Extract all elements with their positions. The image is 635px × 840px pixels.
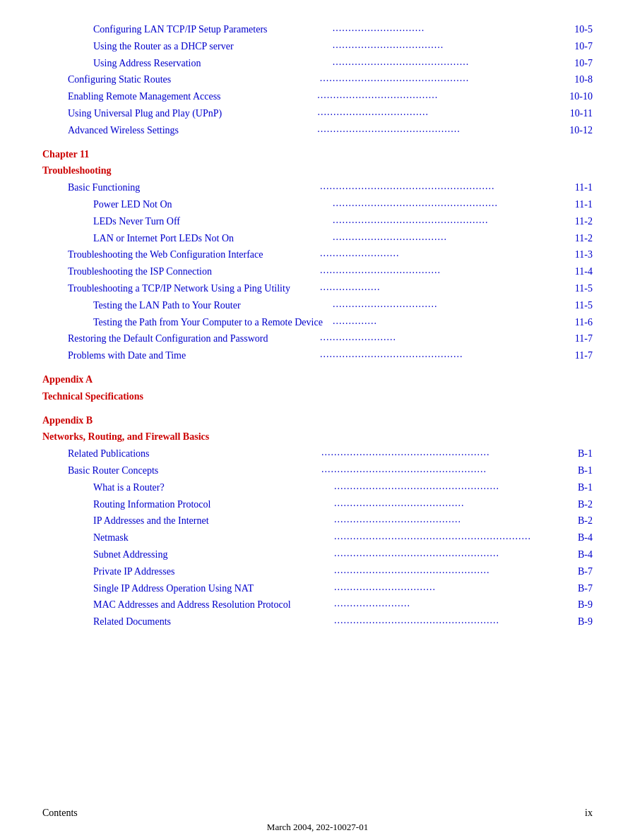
toc-entry: Routing Information Protocol ...........… bbox=[42, 496, 593, 513]
toc-entry: Single IP Address Operation Using NAT ..… bbox=[42, 580, 593, 597]
entry-text: Related Documents bbox=[93, 613, 333, 630]
toc-entry: Troubleshooting a TCP/IP Network Using a… bbox=[42, 280, 593, 297]
dots: ........................................… bbox=[334, 545, 574, 562]
appendixB-entries-section: Related Publications ...................… bbox=[42, 445, 593, 630]
page-number: 11-4 bbox=[575, 263, 593, 280]
dots: ........................................… bbox=[333, 212, 571, 229]
page-number: B-9 bbox=[578, 596, 593, 613]
page-number: B-4 bbox=[578, 546, 593, 563]
entry-text: Netmask bbox=[93, 529, 333, 546]
chapter11-entries-section: Basic Functioning ......................… bbox=[42, 179, 593, 364]
page-number: 11-1 bbox=[575, 196, 593, 213]
entry-text: Problems with Date and Time bbox=[68, 347, 319, 364]
entry-text: Private IP Addresses bbox=[93, 563, 333, 580]
page-number: 11-3 bbox=[575, 246, 593, 263]
page-number: 10-7 bbox=[574, 55, 593, 72]
appendixB-title: Networks, Routing, and Firewall Basics bbox=[42, 428, 593, 445]
dots: ........................................… bbox=[321, 461, 574, 478]
dots: ...................................... bbox=[320, 262, 571, 279]
entry-text: Using the Router as a DHCP server bbox=[93, 38, 331, 55]
page-number: B-2 bbox=[578, 512, 593, 529]
entry-text: Using Universal Plug and Play (UPnP) bbox=[68, 105, 316, 122]
dots: ........................ bbox=[320, 329, 571, 346]
dots: ........................................… bbox=[334, 612, 574, 629]
page-number: 11-1 bbox=[575, 179, 593, 196]
page-number: 10-8 bbox=[574, 71, 593, 88]
toc-entry: Using Universal Plug and Play (UPnP) ...… bbox=[42, 105, 593, 122]
toc-entry: Troubleshooting the ISP Connection .....… bbox=[42, 263, 593, 280]
dots: .............. bbox=[333, 313, 571, 330]
footer-right: ix bbox=[585, 808, 593, 819]
page-number: 10-7 bbox=[574, 38, 593, 55]
entry-text: Configuring LAN TCP/IP Setup Parameters bbox=[93, 21, 331, 38]
entry-text: Troubleshooting the ISP Connection bbox=[68, 263, 319, 280]
dots: ........................................… bbox=[334, 495, 574, 512]
toc-entry: Private IP Addresses ...................… bbox=[42, 563, 593, 580]
toc-entry: Testing the Path from Your Computer to a… bbox=[42, 314, 593, 331]
entry-text: Using Address Reservation bbox=[93, 55, 331, 72]
entry-text: Enabling Remote Management Access bbox=[68, 88, 316, 105]
dots: ................................. bbox=[333, 296, 571, 313]
page-number: 11-6 bbox=[575, 314, 593, 331]
entry-text: Single IP Address Operation Using NAT bbox=[93, 580, 333, 597]
toc-entry: Using Address Reservation ..............… bbox=[42, 55, 593, 72]
entry-text: Related Publications bbox=[68, 445, 320, 462]
chapter11-title: Troubleshooting bbox=[42, 162, 593, 179]
appendixB-heading: Appendix B Networks, Routing, and Firewa… bbox=[42, 412, 593, 446]
entry-text: Testing the Path from Your Computer to a… bbox=[93, 314, 331, 331]
toc-entry: Advanced Wireless Settings .............… bbox=[42, 122, 593, 139]
entry-text: Subnet Addressing bbox=[93, 546, 333, 563]
dots: ........................................… bbox=[333, 54, 571, 71]
page-number: 10-5 bbox=[574, 21, 593, 38]
dots: ........................................… bbox=[317, 121, 565, 138]
toc-entry: Problems with Date and Time ............… bbox=[42, 347, 593, 364]
appendixB-label: Appendix B bbox=[42, 412, 593, 429]
footer-left: Contents bbox=[42, 808, 78, 819]
page-number: 10-12 bbox=[569, 122, 593, 139]
entry-text: Troubleshooting a TCP/IP Network Using a… bbox=[68, 280, 319, 297]
dots: ........................................… bbox=[320, 70, 571, 87]
toc-entry: Basic Router Concepts ..................… bbox=[42, 462, 593, 479]
dots: ........................................… bbox=[334, 478, 574, 495]
chapter11-label: Chapter 11 bbox=[42, 146, 593, 163]
toc-entry: Configuring LAN TCP/IP Setup Parameters … bbox=[42, 21, 593, 38]
page-number: B-2 bbox=[578, 496, 593, 513]
page-number: B-4 bbox=[578, 529, 593, 546]
dots: ................................... bbox=[317, 104, 565, 121]
footer-center-text: March 2004, 202-10027-01 bbox=[267, 822, 368, 832]
dots: ........................................… bbox=[334, 528, 574, 545]
toc-entry: Restoring the Default Configuration and … bbox=[42, 330, 593, 347]
toc-entry: Using the Router as a DHCP server ......… bbox=[42, 38, 593, 55]
entry-text: LAN or Internet Port LEDs Not On bbox=[93, 230, 331, 247]
dots: ............................. bbox=[333, 20, 571, 37]
appendixA-title: Technical Specifications bbox=[42, 388, 593, 405]
dots: .................................... bbox=[333, 229, 571, 246]
dots: ................................... bbox=[333, 37, 571, 54]
toc-entry: LAN or Internet Port LEDs Not On .......… bbox=[42, 230, 593, 247]
toc-entry: What is a Router? ......................… bbox=[42, 479, 593, 496]
entry-text: Testing the LAN Path to Your Router bbox=[93, 297, 331, 314]
entry-text: Basic Functioning bbox=[68, 179, 319, 196]
dots: ........................................… bbox=[321, 444, 574, 461]
toc-entry: MAC Addresses and Address Resolution Pro… bbox=[42, 596, 593, 613]
page-number: B-1 bbox=[578, 479, 593, 496]
toc-entry: Subnet Addressing ......................… bbox=[42, 546, 593, 563]
page-number: B-7 bbox=[578, 563, 593, 580]
dots: ................... bbox=[320, 279, 571, 296]
page-number: 11-5 bbox=[575, 297, 593, 314]
toc-entry: Netmask ................................… bbox=[42, 529, 593, 546]
page-number: B-7 bbox=[578, 580, 593, 597]
footer: Contents ix bbox=[42, 808, 593, 819]
appendixA-heading: Appendix A Technical Specifications bbox=[42, 371, 593, 405]
appendixA-label: Appendix A bbox=[42, 371, 593, 388]
chapter11-heading: Chapter 11 Troubleshooting bbox=[42, 146, 593, 180]
toc-entry: Related Publications ...................… bbox=[42, 445, 593, 462]
page-number: 11-2 bbox=[575, 213, 593, 230]
dots: ........................................… bbox=[320, 346, 571, 363]
dots: ........................ bbox=[334, 595, 574, 612]
entry-text: Restoring the Default Configuration and … bbox=[68, 330, 319, 347]
dots: ........................................… bbox=[320, 178, 571, 195]
entry-text: Configuring Static Routes bbox=[68, 71, 319, 88]
entry-text: Basic Router Concepts bbox=[68, 462, 320, 479]
toc-entry: Testing the LAN Path to Your Router ....… bbox=[42, 297, 593, 314]
